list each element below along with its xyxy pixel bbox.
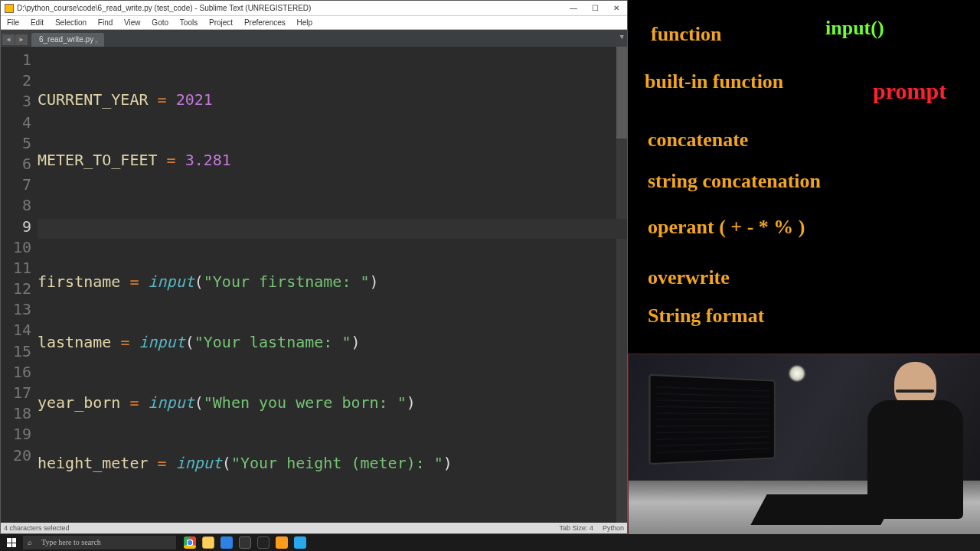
- menu-tools[interactable]: Tools: [175, 18, 202, 27]
- ln: 2: [4, 70, 31, 91]
- app-icon: [5, 4, 14, 13]
- ln: 7: [4, 174, 31, 195]
- taskbar-mail-icon[interactable]: [220, 536, 233, 549]
- status-syntax[interactable]: Python: [603, 523, 624, 533]
- note-builtin: built-in function: [645, 70, 783, 93]
- menu-edit[interactable]: Edit: [26, 18, 48, 27]
- status-tabsize[interactable]: Tab Size: 4: [559, 523, 603, 533]
- ln: 13: [4, 299, 31, 320]
- menu-help[interactable]: Help: [292, 18, 318, 27]
- webcam-lamp: [789, 366, 805, 381]
- ln: 17: [4, 383, 31, 403]
- ln: 11: [4, 258, 31, 279]
- menu-file[interactable]: File: [2, 18, 24, 27]
- taskbar-explorer-icon[interactable]: [202, 536, 214, 549]
- file-tab[interactable]: 6_read_write.py ×: [31, 33, 104, 47]
- start-button[interactable]: [0, 534, 23, 551]
- note-input: input(): [825, 17, 884, 40]
- menu-goto[interactable]: Goto: [147, 18, 173, 27]
- menubar: File Edit Selection Find View Goto Tools…: [1, 16, 627, 30]
- tab-dropdown-icon[interactable]: ▼: [620, 33, 624, 41]
- note-strconcat: string concatenation: [648, 170, 821, 193]
- note-concat: concatenate: [648, 129, 748, 152]
- minimize-button[interactable]: —: [563, 1, 584, 16]
- webcam-person: [861, 362, 969, 534]
- ln: 18: [4, 403, 31, 424]
- windows-icon: [7, 538, 16, 547]
- ln: 1: [4, 50, 31, 70]
- taskbar-search[interactable]: Type here to search: [23, 536, 176, 549]
- note-function: function: [651, 23, 721, 46]
- ln: 19: [4, 424, 31, 445]
- tab-row: ◀ ▶ 6_read_write.py × ▼: [1, 30, 627, 47]
- taskbar-terminal-icon[interactable]: [257, 536, 270, 549]
- scrollbar[interactable]: [616, 47, 627, 523]
- menu-project[interactable]: Project: [204, 18, 237, 27]
- close-button[interactable]: ✕: [606, 1, 627, 16]
- ln: 16: [4, 362, 31, 383]
- ln: 5: [4, 133, 31, 154]
- taskbar: Type here to search: [0, 534, 980, 551]
- sublime-window: D:\python_course\code\6_read_write.py (t…: [0, 0, 628, 534]
- nav-back-icon[interactable]: ◀: [2, 34, 15, 45]
- window-title: D:\python_course\code\6_read_write.py (t…: [17, 1, 311, 16]
- menu-selection[interactable]: Selection: [51, 18, 91, 27]
- taskbar-chrome-icon[interactable]: [184, 536, 196, 549]
- code-area[interactable]: CURRENT_YEAR = 2021 METER_TO_FEET = 3.28…: [38, 47, 616, 523]
- taskbar-sublime-icon[interactable]: [276, 536, 288, 549]
- ln: 4: [4, 112, 31, 133]
- taskbar-obs-icon[interactable]: [239, 536, 251, 549]
- ln: 10: [4, 237, 31, 258]
- tab-label: 6_read_write.py: [39, 35, 93, 44]
- ln: 15: [4, 341, 31, 362]
- scrollbar-thumb[interactable]: [616, 47, 627, 139]
- taskbar-edge-icon[interactable]: [294, 536, 306, 549]
- note-stringformat: String format: [648, 305, 764, 328]
- maximize-button[interactable]: ☐: [584, 1, 606, 16]
- ln: 12: [4, 279, 31, 299]
- whiteboard: function input() built-in function promp…: [628, 0, 980, 354]
- ln: 20: [4, 445, 31, 466]
- status-left: 4 characters selected: [4, 523, 559, 533]
- titlebar: D:\python_course\code\6_read_write.py (t…: [1, 1, 627, 16]
- ln: 3: [4, 91, 31, 112]
- nav-fwd-icon[interactable]: ▶: [15, 34, 28, 45]
- menu-preferences[interactable]: Preferences: [240, 18, 290, 27]
- ln: 6: [4, 154, 31, 174]
- ln: 8: [4, 195, 31, 216]
- menu-find[interactable]: Find: [93, 18, 117, 27]
- ln: 9: [4, 217, 31, 237]
- tab-close-icon[interactable]: ×: [94, 35, 102, 43]
- webcam-feed: [628, 354, 980, 534]
- gutter: 1 2 3 4 5 6 7 8 9 10 11 12 13 14 15 16 1…: [1, 47, 38, 523]
- note-overwrite: overwrite: [648, 266, 730, 289]
- note-prompt: prompt: [873, 78, 946, 104]
- statusbar: 4 characters selected Tab Size: 4 Python: [1, 523, 627, 533]
- ln: 14: [4, 320, 31, 341]
- webcam-monitor: [648, 374, 775, 465]
- note-operant: operant ( + - * % ): [648, 216, 805, 239]
- editor[interactable]: 1 2 3 4 5 6 7 8 9 10 11 12 13 14 15 16 1…: [1, 47, 627, 523]
- menu-view[interactable]: View: [119, 18, 145, 27]
